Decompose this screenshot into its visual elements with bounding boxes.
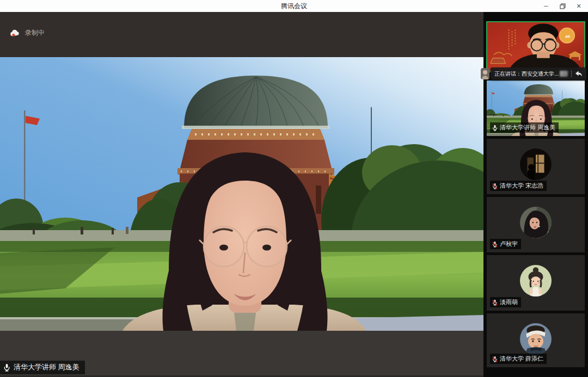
mic-muted-icon bbox=[492, 241, 498, 248]
participant-label: 清华大学 薛添仁 bbox=[490, 354, 547, 364]
mic-muted-icon bbox=[492, 299, 498, 306]
avatar bbox=[520, 149, 552, 180]
recording-label: 录制中 bbox=[25, 28, 45, 38]
mic-on-icon bbox=[492, 125, 498, 131]
participant-name: 清华大学 薛添仁 bbox=[500, 355, 543, 363]
participant-label: 淡雨萌 bbox=[490, 297, 521, 307]
minimize-button[interactable]: ─ bbox=[538, 0, 554, 12]
speaking-toast: 正在讲话：西安交通大学... bbox=[481, 67, 586, 80]
participant-name: 清华大学讲师 周逸美 bbox=[500, 123, 555, 132]
participant-tile-dan-yumeng[interactable]: 淡雨萌 bbox=[487, 255, 585, 311]
participant-name: 清华大学 宋志浩 bbox=[500, 182, 543, 190]
participant-name: 淡雨萌 bbox=[500, 298, 518, 306]
participant-tile-xue-tianren[interactable]: 清华大学 薛添仁 bbox=[487, 313, 585, 367]
speaker-badge: 清华大学讲师 周逸美 bbox=[0, 361, 85, 374]
mic-muted-icon bbox=[492, 356, 498, 362]
avatar bbox=[520, 323, 552, 355]
toast-body: 正在讲话：西安交通大学... bbox=[491, 67, 586, 80]
main-video[interactable] bbox=[0, 57, 483, 331]
main-stage: 录制中 清华大学讲师 周逸美 bbox=[0, 12, 483, 377]
toast-avatar bbox=[481, 68, 489, 79]
window-title: 腾讯会议 bbox=[281, 2, 307, 11]
avatar bbox=[520, 265, 552, 296]
participant-tile-zhou-yimei[interactable]: 清华大学讲师 周逸美 bbox=[487, 81, 585, 136]
recording-indicator[interactable]: 录制中 bbox=[10, 28, 45, 38]
toast-text: 正在讲话：西安交通大学... bbox=[494, 70, 559, 78]
mic-muted-icon bbox=[492, 183, 498, 189]
close-button[interactable]: ✕ bbox=[571, 0, 587, 12]
campus-video-frame bbox=[0, 57, 483, 331]
restore-icon bbox=[560, 3, 566, 9]
participants-sidebar: 正在讲话：西安交通大学... bbox=[483, 12, 588, 377]
restore-button[interactable] bbox=[554, 0, 571, 12]
speaker-badge-label: 清华大学讲师 周逸美 bbox=[14, 362, 79, 372]
active-speaker-video bbox=[487, 22, 584, 71]
titlebar: 腾讯会议 ─ ✕ bbox=[0, 0, 588, 12]
participant-label: 卢秋宇 bbox=[490, 239, 521, 249]
avatar bbox=[520, 207, 552, 238]
toast-divider bbox=[571, 70, 572, 77]
participant-tile-song-zhihao[interactable]: 清华大学 宋志浩 bbox=[487, 139, 585, 194]
participant-tile-lu-qiuyu[interactable]: 卢秋宇 bbox=[487, 197, 585, 252]
participant-tile-active-speaker[interactable] bbox=[486, 21, 585, 72]
participant-label: 清华大学讲师 周逸美 bbox=[490, 122, 559, 133]
meeting-content: 录制中 清华大学讲师 周逸美 bbox=[0, 12, 588, 377]
cloud-record-icon bbox=[10, 29, 20, 37]
participant-name: 卢秋宇 bbox=[500, 240, 518, 248]
window-controls: ─ ✕ bbox=[538, 0, 587, 12]
blurred-name bbox=[560, 71, 568, 77]
tencent-meeting-window: 腾讯会议 ─ ✕ 录制中 bbox=[0, 0, 588, 377]
reply-arrow-icon[interactable] bbox=[575, 70, 583, 77]
mic-on-icon bbox=[3, 363, 10, 372]
participant-label: 清华大学 宋志浩 bbox=[490, 181, 547, 191]
